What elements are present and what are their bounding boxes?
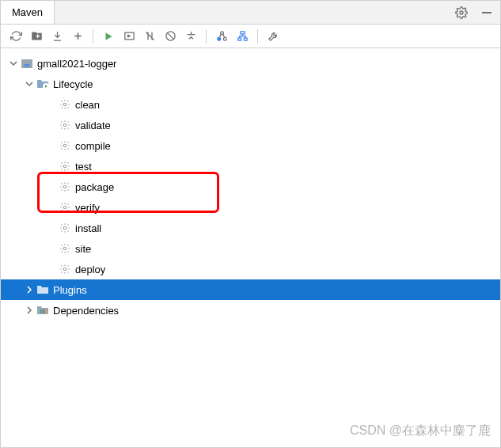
lifecycle-node[interactable]: Lifecycle (1, 74, 500, 94)
watermark: CSDN @在森林中麋了鹿 (350, 423, 491, 439)
svg-point-20 (63, 247, 66, 250)
wrench-icon[interactable] (264, 28, 282, 45)
skip-tests-icon[interactable] (161, 28, 179, 45)
goal-label: package (75, 181, 114, 193)
chevron-right-icon[interactable] (23, 286, 36, 294)
goal-label: compile (75, 140, 111, 152)
toggle-offline-icon[interactable] (141, 28, 158, 45)
plugins-label: Plugins (53, 284, 87, 296)
svg-rect-9 (244, 38, 247, 40)
goal-label: deploy (75, 264, 105, 275)
toolbar-separator (93, 29, 93, 44)
project-node[interactable]: m gmall2021-logger (1, 53, 500, 74)
chevron-down-icon[interactable] (7, 59, 20, 67)
toolbar-separator (257, 29, 258, 44)
svg-point-13 (63, 103, 66, 106)
toolbar (1, 25, 500, 48)
svg-point-16 (63, 165, 66, 168)
goal-test[interactable]: test (1, 156, 500, 177)
svg-rect-24 (45, 309, 47, 313)
panel-header: Maven (1, 1, 500, 25)
goal-label: clean (75, 99, 100, 111)
goal-package[interactable]: package (1, 177, 500, 197)
gear-icon (58, 221, 72, 235)
goal-verify[interactable]: verify (1, 197, 500, 218)
goal-deploy[interactable]: deploy (1, 259, 500, 279)
run-icon[interactable] (100, 28, 117, 45)
lifecycle-label: Lifecycle (53, 78, 93, 90)
minimize-icon[interactable] (478, 4, 495, 21)
goal-compile[interactable]: compile (1, 135, 500, 156)
project-label: gmall2021-logger (37, 58, 116, 70)
goal-install[interactable]: install (1, 218, 500, 238)
gear-icon (58, 118, 72, 132)
plugins-node[interactable]: Plugins (1, 279, 500, 300)
dependency-graph-icon[interactable] (213, 28, 230, 45)
dependencies-label: Dependencies (53, 305, 119, 317)
collapse-icon[interactable] (182, 28, 199, 45)
folder-run-icon (36, 77, 50, 91)
project-tree: m gmall2021-logger Lifecycle clean valid… (1, 48, 500, 325)
svg-point-6 (223, 37, 226, 40)
svg-point-14 (63, 123, 66, 127)
goal-label: verify (75, 202, 100, 214)
chevron-down-icon[interactable] (23, 80, 36, 88)
goal-clean[interactable]: clean (1, 94, 500, 115)
goal-label: validate (75, 120, 111, 131)
svg-point-15 (63, 144, 66, 147)
svg-point-5 (217, 37, 220, 40)
svg-point-18 (63, 206, 66, 209)
svg-rect-23 (43, 309, 44, 313)
goal-validate[interactable]: validate (1, 115, 500, 135)
chevron-right-icon[interactable] (23, 306, 36, 314)
maven-module-icon: m (20, 56, 34, 70)
svg-rect-1 (482, 12, 492, 13)
refresh-icon[interactable] (7, 28, 25, 45)
svg-point-21 (63, 268, 66, 271)
svg-text:m: m (24, 62, 29, 69)
header-actions (453, 4, 500, 21)
gear-icon (58, 241, 72, 256)
folder-icon (36, 283, 50, 297)
gear-icon (58, 159, 72, 173)
svg-rect-8 (237, 38, 241, 40)
goal-site[interactable]: site (1, 238, 500, 259)
goal-label: site (75, 243, 91, 255)
goal-label: test (75, 161, 92, 173)
panel-title: Maven (12, 6, 43, 18)
add-project-icon[interactable] (28, 28, 45, 45)
gear-icon[interactable] (453, 4, 470, 21)
svg-point-17 (63, 185, 66, 188)
svg-point-0 (460, 11, 463, 14)
svg-rect-22 (40, 309, 42, 313)
gear-icon (58, 139, 72, 153)
execute-icon[interactable] (120, 28, 138, 45)
download-icon[interactable] (48, 28, 66, 45)
svg-rect-7 (241, 32, 245, 34)
gear-icon (58, 262, 72, 276)
gear-icon (58, 200, 72, 215)
dependencies-node[interactable]: Dependencies (1, 300, 500, 321)
panel-title-tab[interactable]: Maven (1, 1, 55, 24)
svg-point-19 (63, 226, 66, 230)
gear-icon (58, 97, 72, 112)
gear-icon (58, 180, 72, 194)
plus-icon[interactable] (69, 28, 86, 45)
goal-label: install (75, 222, 101, 234)
toolbar-separator (206, 29, 207, 44)
library-folder-icon (36, 303, 50, 317)
show-diagram-icon[interactable] (233, 28, 251, 45)
